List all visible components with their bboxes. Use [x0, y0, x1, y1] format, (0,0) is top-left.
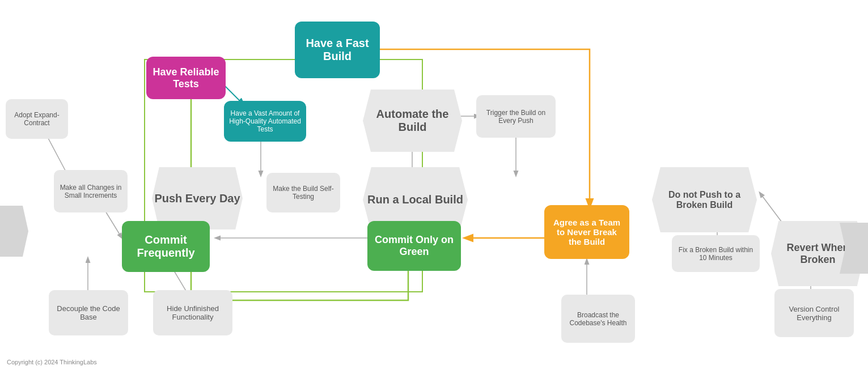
- have-fast-build-node: Have a Fast Build: [295, 22, 380, 78]
- hide-unfinished-node: Hide Unfinished Functionality: [153, 290, 232, 335]
- left-entry-arrow: [0, 206, 28, 257]
- automate-build-node: Automate the Build: [363, 90, 462, 152]
- fix-broken-node: Fix a Broken Build within 10 Minutes: [672, 235, 760, 272]
- make-changes-small-node: Make all Changes in Small Increments: [54, 170, 128, 212]
- diagram-container: Adopt Expand- Contract Have Reliable Tes…: [0, 0, 868, 370]
- version-control-node: Version Control Everything: [774, 289, 854, 337]
- have-reliable-tests-node: Have Reliable Tests: [146, 57, 226, 99]
- commit-only-green-node: Commit Only on Green: [367, 221, 461, 271]
- trigger-build-node: Trigger the Build on Every Push: [476, 95, 556, 138]
- adopt-expand-contract-node: Adopt Expand- Contract: [6, 99, 68, 139]
- agree-team-node: Agree as a Team to Never Break the Build: [544, 205, 629, 259]
- decouple-code-node: Decouple the Code Base: [49, 290, 128, 335]
- copyright-text: Copyright (c) 2024 ThinkingLabs: [7, 359, 97, 365]
- make-build-self-testing-node: Make the Build Self-Testing: [266, 173, 340, 212]
- broadcast-codebase-node: Broadcast the Codebase's Health: [561, 295, 635, 343]
- do-not-push-node: Do not Push to a Broken Build: [652, 167, 757, 232]
- have-vast-amount-node: Have a Vast Amount of High-Quality Autom…: [224, 101, 306, 142]
- push-every-day-node: Push Every Day: [152, 167, 243, 229]
- commit-frequently-node: Commit Frequently: [122, 221, 210, 272]
